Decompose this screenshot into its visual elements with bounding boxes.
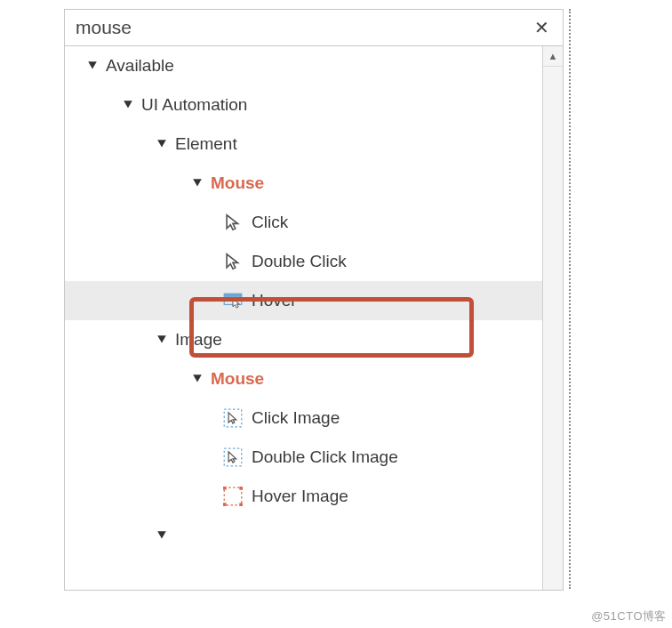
- leaf-label: Click: [252, 213, 288, 232]
- tree-node-mouse-image[interactable]: Mouse: [65, 359, 563, 399]
- expander-icon[interactable]: [189, 371, 205, 387]
- activities-panel: ✕ Available UI Automation Element: [64, 9, 564, 591]
- svg-rect-1: [224, 294, 242, 298]
- node-label: Available: [106, 56, 174, 76]
- expander-icon[interactable]: [154, 332, 170, 348]
- tree-node-image[interactable]: Image: [65, 320, 563, 359]
- tree-node-available[interactable]: Available: [65, 46, 563, 85]
- node-label: Element: [175, 134, 237, 154]
- selection-dashed-icon: [223, 487, 243, 506]
- svg-rect-8: [239, 503, 243, 506]
- scrollbar[interactable]: ▲: [542, 46, 563, 590]
- activity-tree: Available UI Automation Element Mouse Cl: [65, 46, 563, 590]
- leaf-label: Double Click Image: [252, 447, 398, 467]
- svg-rect-6: [239, 487, 243, 490]
- tree-leaf-click[interactable]: Click: [65, 203, 563, 242]
- leaf-label: Double Click: [252, 252, 347, 271]
- tree-leaf-hover-image[interactable]: Hover Image: [65, 477, 563, 516]
- svg-rect-4: [224, 487, 242, 505]
- panel-resize-handle[interactable]: [569, 9, 571, 589]
- expander-icon[interactable]: [120, 97, 136, 113]
- search-input[interactable]: [74, 10, 527, 45]
- tree-node-mouse[interactable]: Mouse: [65, 164, 563, 203]
- expander-icon[interactable]: [154, 136, 170, 152]
- svg-rect-7: [223, 503, 227, 506]
- scroll-up-button[interactable]: ▲: [543, 46, 563, 67]
- tree-leaf-hover[interactable]: Hover: [65, 281, 563, 320]
- expander-icon[interactable]: [84, 58, 100, 74]
- close-icon: ✕: [534, 17, 549, 38]
- node-label: UI Automation: [141, 95, 247, 115]
- tree-leaf-double-click-image[interactable]: Double Click Image: [65, 438, 563, 477]
- tree-leaf-click-image[interactable]: Click Image: [65, 399, 563, 438]
- watermark: @51CTO博客: [591, 608, 667, 624]
- leaf-label: Hover: [252, 291, 297, 310]
- hover-icon: [223, 291, 243, 310]
- node-label: Mouse: [211, 173, 264, 193]
- svg-rect-5: [223, 487, 227, 490]
- cursor-icon: [223, 213, 243, 232]
- search-row: ✕: [65, 10, 563, 46]
- tree-node-element[interactable]: Element: [65, 125, 563, 164]
- clear-search-button[interactable]: ✕: [527, 10, 556, 45]
- tree-node-truncated[interactable]: [65, 516, 563, 555]
- cursor-dashed-icon: [223, 447, 243, 467]
- expander-icon[interactable]: [154, 527, 170, 543]
- leaf-label: Hover Image: [252, 487, 348, 506]
- node-label: Mouse: [211, 369, 264, 389]
- cursor-icon: [223, 252, 243, 271]
- cursor-dashed-icon: [223, 408, 243, 428]
- leaf-label: Click Image: [252, 408, 340, 428]
- node-label: Image: [175, 330, 222, 350]
- tree-node-ui-automation[interactable]: UI Automation: [65, 85, 563, 125]
- expander-icon[interactable]: [189, 175, 205, 191]
- tree-leaf-double-click[interactable]: Double Click: [65, 242, 563, 281]
